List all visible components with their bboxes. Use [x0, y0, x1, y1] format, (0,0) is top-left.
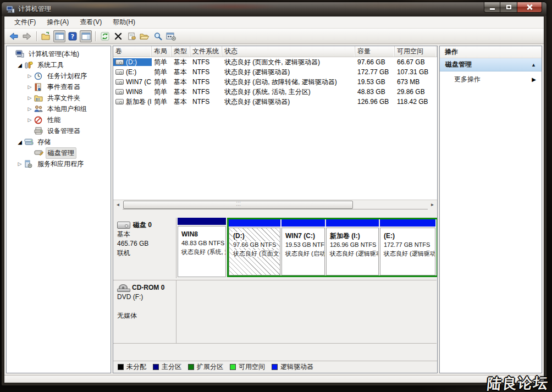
disk-0-label[interactable]: 磁盘 0 基本 465.76 GB 联机	[113, 218, 176, 278]
cell-free-space[interactable]: 673 MB	[395, 78, 437, 86]
open-button[interactable]	[139, 30, 151, 42]
tree-item-system-tools[interactable]: ◢ 系统工具	[7, 59, 111, 70]
cell-volume[interactable]: WIN7 (C:)	[113, 78, 152, 86]
cell-status[interactable]: 状态良好 (启动, 故障转储, 逻辑驱动器)	[222, 78, 355, 87]
tree-item-disk-management[interactable]: 磁盘管理	[7, 147, 111, 158]
cell-capacity[interactable]: 126.96 GB	[355, 98, 395, 106]
tree-item-task-scheduler[interactable]: ▷ 任务计划程序	[7, 70, 111, 81]
export-list-button[interactable]	[40, 30, 52, 42]
actions-section-disk-management[interactable]: 磁盘管理 ▲	[440, 58, 542, 71]
partition-d-selected[interactable]: (D:) 97.66 GB NTFS 状态良好 (页面文件, 逻辑驱动器)	[229, 219, 280, 275]
tree-item-performance[interactable]: ▷ 性能	[7, 114, 111, 125]
minimize-button[interactable]	[484, 2, 500, 13]
collapsed-arrow-icon[interactable]: ▷	[25, 84, 34, 90]
header-status[interactable]: 状态	[222, 46, 355, 57]
scrollbar-thumb[interactable]	[123, 201, 353, 209]
volume-row[interactable]: (E:) 简单 基本 NTFS 状态良好 (逻辑驱动器) 172.77 GB 1…	[113, 67, 437, 77]
collapsed-arrow-icon[interactable]: ▷	[25, 73, 34, 79]
show-action-pane-button[interactable]	[80, 30, 92, 42]
collapsed-arrow-icon[interactable]: ▷	[25, 106, 34, 112]
cell-capacity[interactable]: 172.77 GB	[355, 68, 395, 76]
header-percent-free[interactable]: % 可用	[437, 46, 437, 57]
tree-item-event-viewer[interactable]: ▷ 事件查看器	[7, 81, 111, 92]
tree-item-services-applications[interactable]: ▷ 服务和应用程序	[7, 158, 111, 169]
tree-item-local-users[interactable]: ▷ 本地用户和组	[7, 103, 111, 114]
cell-layout[interactable]: 简单	[152, 68, 172, 77]
cell-percent-free[interactable]: 3 %	[437, 78, 437, 86]
horizontal-scrollbar[interactable]: ◄ ►	[113, 200, 437, 209]
cell-percent-free[interactable]: 93 %	[437, 98, 437, 106]
cell-percent-free[interactable]: 68 %	[437, 58, 437, 66]
scroll-right-icon[interactable]: ►	[428, 200, 437, 209]
cell-capacity[interactable]: 97.66 GB	[355, 58, 395, 66]
collapse-arrow-icon[interactable]: ▲	[531, 62, 536, 68]
tree-item-device-manager[interactable]: 设备管理器	[7, 125, 111, 136]
header-layout[interactable]: 布局	[152, 46, 172, 57]
cell-type[interactable]: 基本	[172, 68, 190, 77]
cell-filesystem[interactable]: NTFS	[190, 88, 222, 96]
cell-capacity[interactable]: 19.53 GB	[355, 78, 395, 86]
volume-row[interactable]: (D:) 简单 基本 NTFS 状态良好 (页面文件, 逻辑驱动器) 97.66…	[113, 57, 437, 67]
cell-capacity[interactable]: 48.83 GB	[355, 88, 395, 96]
cell-filesystem[interactable]: NTFS	[190, 68, 222, 76]
snap-in-button[interactable]	[165, 30, 177, 42]
help-button[interactable]: ?	[67, 30, 79, 42]
cell-type[interactable]: 基本	[172, 58, 190, 67]
cell-filesystem[interactable]: NTFS	[190, 78, 222, 86]
cell-layout[interactable]: 简单	[152, 78, 172, 87]
header-type[interactable]: 类型	[172, 46, 190, 57]
cell-layout[interactable]: 简单	[152, 58, 172, 67]
tree-item-storage[interactable]: ◢ 存储	[7, 136, 111, 147]
cell-percent-free[interactable]: 62 %	[437, 68, 437, 76]
header-capacity[interactable]: 容量	[355, 46, 395, 57]
volume-row[interactable]: WIN7 (C:) 简单 基本 NTFS 状态良好 (启动, 故障转储, 逻辑驱…	[113, 77, 437, 87]
volume-row[interactable]: WIN8 简单 基本 NTFS 状态良好 (系统, 活动, 主分区) 48.83…	[113, 87, 437, 97]
cell-free-space[interactable]: 107.31 GB	[395, 68, 437, 76]
cell-status[interactable]: 状态良好 (系统, 活动, 主分区)	[222, 87, 355, 97]
cell-percent-free[interactable]: 61 %	[437, 88, 437, 96]
collapsed-arrow-icon[interactable]: ▷	[25, 95, 34, 101]
cell-volume[interactable]: (D:)	[113, 58, 152, 66]
cell-type[interactable]: 基本	[172, 78, 190, 87]
partition-new-volume-i[interactable]: 新加卷 (I:) 126.96 GB NTFS 状态良好 (逻辑驱动器)	[326, 219, 379, 275]
menu-action[interactable]: 操作(A)	[41, 16, 74, 29]
cell-filesystem[interactable]: NTFS	[190, 58, 222, 66]
menu-file[interactable]: 文件(F)	[9, 16, 41, 29]
forward-button[interactable]	[21, 30, 33, 42]
header-volume[interactable]: 卷	[113, 46, 152, 57]
cell-layout[interactable]: 简单	[152, 87, 172, 97]
cell-volume[interactable]: (E:)	[113, 68, 152, 76]
menu-view[interactable]: 查看(V)	[74, 16, 107, 29]
collapsed-arrow-icon[interactable]: ▷	[15, 161, 24, 167]
partition-e[interactable]: (E:) 172.77 GB NTFS 状态良好 (逻辑驱动器)	[380, 219, 435, 275]
header-free-space[interactable]: 可用空间	[395, 46, 437, 57]
more-actions-item[interactable]: 更多操作 ▶	[440, 71, 542, 87]
refresh-button[interactable]	[99, 30, 111, 42]
cell-type[interactable]: 基本	[172, 87, 190, 97]
cell-filesystem[interactable]: NTFS	[190, 98, 222, 106]
partition-win7-c[interactable]: WIN7 (C:) 19.53 GB NTFS 状态良好 (启动, 故障转储, …	[281, 219, 325, 275]
expanded-arrow-icon[interactable]: ◢	[15, 62, 24, 68]
tree-item-computer-management[interactable]: 计算机管理(本地)	[7, 48, 111, 59]
cell-type[interactable]: 基本	[172, 97, 190, 107]
cell-volume[interactable]: WIN8	[113, 88, 152, 96]
properties-button[interactable]	[125, 30, 137, 42]
cell-status[interactable]: 状态良好 (逻辑驱动器)	[222, 68, 355, 77]
volume-row[interactable]: 新加卷 (I:) 简单 基本 NTFS 状态良好 (逻辑驱动器) 126.96 …	[113, 97, 437, 107]
cell-free-space[interactable]: 66.67 GB	[395, 58, 437, 66]
cell-layout[interactable]: 简单	[152, 97, 172, 107]
tree-item-shared-folders[interactable]: ▷ 共享文件夹	[7, 92, 111, 103]
cdrom-0-label[interactable]: CD-ROM 0 DVD (F:) 无媒体	[113, 280, 176, 343]
back-button[interactable]	[8, 30, 20, 42]
cell-volume[interactable]: 新加卷 (I:)	[113, 97, 152, 107]
header-filesystem[interactable]: 文件系统	[190, 46, 222, 57]
scroll-left-icon[interactable]: ◄	[113, 200, 123, 209]
find-button[interactable]	[152, 30, 164, 42]
delete-button[interactable]	[112, 30, 124, 42]
partition-win8[interactable]: WIN8 48.83 GB NTFS 状态良好 (系统, 活动, 主分区)	[178, 218, 226, 277]
cell-status[interactable]: 状态良好 (页面文件, 逻辑驱动器)	[222, 58, 355, 67]
close-button[interactable]	[517, 2, 542, 13]
cell-status[interactable]: 状态良好 (逻辑驱动器)	[222, 97, 355, 107]
show-console-tree-button[interactable]	[53, 30, 65, 42]
menu-help[interactable]: 帮助(H)	[107, 16, 141, 29]
